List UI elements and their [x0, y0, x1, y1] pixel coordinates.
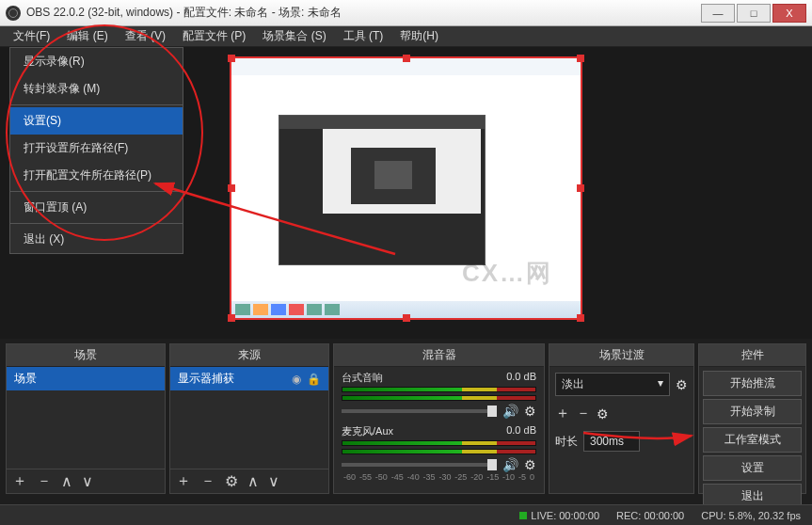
scene-item[interactable]: 场景 [7, 367, 165, 390]
resize-handle-se[interactable] [577, 314, 584, 322]
mixer-ch2-slider[interactable] [342, 463, 497, 467]
settings-button[interactable]: 设置 [703, 455, 802, 481]
menu-remux[interactable]: 转封装录像 (M) [10, 75, 183, 103]
mixer-ch2-name: 麦克风/Aux [342, 424, 393, 438]
transition-remove-icon[interactable]: － [576, 404, 591, 423]
scene-up-icon[interactable]: ∧ [61, 472, 72, 490]
menu-tools[interactable]: 工具 (T) [336, 26, 391, 46]
transition-gear2-icon[interactable]: ⚙ [597, 406, 609, 422]
resize-handle-sw[interactable] [228, 314, 235, 322]
source-up-icon[interactable]: ∧ [247, 472, 259, 490]
menu-help[interactable]: 帮助(H) [392, 26, 446, 46]
controls-header: 控件 [699, 344, 805, 367]
captured-screen: CX…网 [231, 58, 581, 318]
transition-gear-icon[interactable]: ⚙ [676, 377, 688, 392]
resize-handle-w[interactable] [228, 184, 235, 192]
start-stream-button[interactable]: 开始推流 [703, 371, 802, 396]
chevron-down-icon: ▾ [658, 376, 663, 392]
resize-handle-ne[interactable] [577, 55, 584, 62]
transition-duration-label: 时长 [555, 434, 578, 450]
menu-edit[interactable]: 编辑 (E) [59, 26, 115, 46]
mixer-ch1-db: 0.0 dB [506, 371, 536, 385]
mixer-ch1-mute-icon[interactable]: 🔊 [502, 404, 518, 419]
mixer-channel-desktop: 台式音响 0.0 dB 🔊 ⚙ [334, 367, 544, 421]
source-settings-icon[interactable]: ⚙ [225, 472, 238, 490]
scene-add-icon[interactable]: ＋ [12, 471, 27, 491]
menu-scene-collection[interactable]: 场景集合 (S) [255, 26, 333, 46]
mixer-header: 混音器 [334, 344, 544, 367]
menu-exit[interactable]: 退出 (X) [10, 226, 183, 253]
resize-handle-nw[interactable] [228, 55, 235, 62]
watermark-text: CX…网 [462, 257, 552, 290]
app-icon [6, 6, 21, 21]
menu-view[interactable]: 查看 (V) [118, 26, 173, 46]
lock-icon[interactable]: 🔒 [307, 373, 321, 386]
transition-duration-input[interactable]: 300ms [583, 431, 640, 452]
mixer-ch1-meter [342, 387, 536, 392]
transition-select[interactable]: 淡出 ▾ [555, 373, 670, 396]
minimize-button[interactable]: — [701, 4, 735, 23]
panel-controls: 控件 开始推流 开始录制 工作室模式 设置 退出 [698, 343, 806, 494]
mixer-ch1-gear-icon[interactable]: ⚙ [524, 404, 536, 419]
mixer-ch2-meter [342, 440, 536, 446]
live-dot-icon [519, 512, 527, 519]
nested-window [279, 115, 486, 265]
source-item[interactable]: 显示器捕获 ◉ 🔒 [170, 367, 328, 390]
panel-mixer: 混音器 台式音响 0.0 dB 🔊 ⚙ 麦克风/Aux 0.0 dB [333, 343, 545, 494]
scene-remove-icon[interactable]: － [37, 471, 52, 491]
status-rec: REC: 00:00:00 [616, 510, 684, 521]
file-menu-dropdown: 显示录像(R) 转封装录像 (M) 设置(S) 打开设置所在路径(F) 打开配置… [9, 47, 183, 254]
window-titlebar: OBS 22.0.2 (32-bit, windows) - 配置文件: 未命名… [0, 0, 812, 26]
panel-sources: 来源 显示器捕获 ◉ 🔒 ＋ － ⚙ ∧ ∨ [169, 343, 329, 494]
scenes-footer: ＋ － ∧ ∨ [7, 469, 165, 493]
resize-handle-n[interactable] [403, 55, 410, 62]
mixer-ch1-name: 台式音响 [342, 371, 383, 385]
menu-settings[interactable]: 设置(S) [10, 107, 183, 135]
bottom-panels: 场景 场景 ＋ － ∧ ∨ 来源 显示器捕获 ◉ 🔒 ＋ － ⚙ ∧ [6, 343, 806, 494]
visibility-icon[interactable]: ◉ [292, 373, 301, 386]
resize-handle-e[interactable] [577, 184, 584, 192]
mixer-ch2-meter2 [342, 449, 536, 454]
scene-down-icon[interactable]: ∨ [82, 472, 93, 490]
menu-always-on-top[interactable]: 窗口置顶 (A) [10, 194, 183, 221]
menu-show-recordings[interactable]: 显示录像(R) [10, 48, 183, 75]
mixer-ch1-slider[interactable] [342, 409, 497, 413]
menubar: 文件(F) 编辑 (E) 查看 (V) 配置文件 (P) 场景集合 (S) 工具… [0, 26, 812, 47]
scenes-header: 场景 [7, 344, 165, 367]
transitions-header: 场景过渡 [549, 344, 693, 367]
source-item-label: 显示器捕获 [178, 371, 234, 387]
resize-handle-s[interactable] [403, 314, 410, 322]
menu-open-profile-folder[interactable]: 打开配置文件所在路径(P) [10, 162, 183, 189]
mixer-ch2-db: 0.0 dB [506, 424, 536, 438]
source-add-icon[interactable]: ＋ [176, 471, 191, 491]
mixer-ticks: -60-55-50-45-40-35-30-25-20-15-10-50 [342, 472, 536, 482]
sources-header: 来源 [170, 344, 328, 367]
statusbar: LIVE: 00:00:00 REC: 00:00:00 CPU: 5.8%, … [0, 504, 812, 525]
transition-select-value: 淡出 [562, 376, 584, 392]
menu-profile[interactable]: 配置文件 (P) [175, 26, 253, 46]
studio-mode-button[interactable]: 工作室模式 [703, 427, 802, 453]
window-title: OBS 22.0.2 (32-bit, windows) - 配置文件: 未命名… [26, 5, 699, 21]
start-record-button[interactable]: 开始录制 [703, 399, 802, 424]
source-remove-icon[interactable]: － [200, 471, 215, 491]
preview-source-bounds[interactable]: CX…网 [230, 56, 582, 320]
mixer-ch2-mute-icon[interactable]: 🔊 [502, 457, 518, 472]
status-cpu: CPU: 5.8%, 20.32 fps [701, 510, 801, 521]
panel-scenes: 场景 场景 ＋ － ∧ ∨ [6, 343, 166, 494]
source-down-icon[interactable]: ∨ [268, 472, 279, 490]
status-live: LIVE: 00:00:00 [531, 510, 599, 521]
panel-transitions: 场景过渡 淡出 ▾ ⚙ ＋ － ⚙ 时长 300ms [549, 343, 694, 494]
transition-add-icon[interactable]: ＋ [555, 404, 570, 423]
mixer-ch2-gear-icon[interactable]: ⚙ [524, 457, 536, 472]
sources-footer: ＋ － ⚙ ∧ ∨ [170, 469, 328, 493]
mixer-ch1-meter2 [342, 395, 536, 401]
maximize-button[interactable]: □ [737, 4, 771, 23]
close-button[interactable]: X [772, 4, 806, 23]
menu-open-settings-folder[interactable]: 打开设置所在路径(F) [10, 135, 183, 162]
menu-file[interactable]: 文件(F) [6, 26, 57, 46]
mixer-channel-mic: 麦克风/Aux 0.0 dB 🔊 ⚙ -60-55-50-45-40-35-30… [334, 421, 544, 484]
